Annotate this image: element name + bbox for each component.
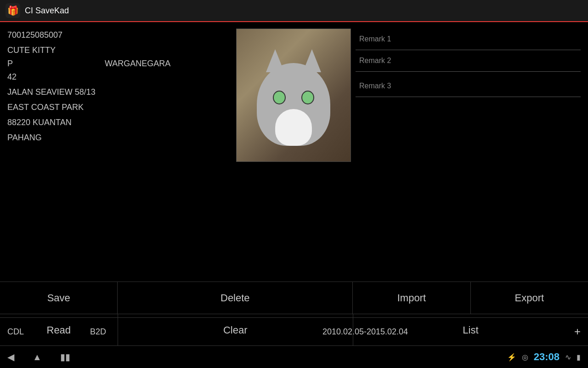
cat-eye-left: [273, 91, 286, 104]
profile-age: 42: [7, 70, 236, 84]
profile-gender: P: [7, 59, 13, 69]
remark1-field: Remark 1: [356, 29, 581, 50]
wifi-icon: ∿: [565, 353, 571, 362]
profile-address2: EAST COAST PARK: [7, 101, 236, 114]
status-bar: ◀ ▲ ▮▮ ⚡ ◎ 23:08 ∿ ▮: [0, 346, 588, 368]
info-section: 700125085007 CUTE KITTY P WARGANEGARA 42…: [7, 27, 581, 317]
back-button[interactable]: ◀: [7, 351, 14, 362]
cat-eye-right: [301, 91, 314, 104]
profile-address3: 88220 KUANTAN: [7, 116, 236, 129]
time-display: 23:08: [534, 351, 560, 363]
nav-buttons: ◀ ▲ ▮▮: [7, 351, 70, 362]
profile-address1: JALAN SEAVIEW 58/13: [7, 86, 236, 99]
app-title: CI SaveKad: [25, 6, 69, 16]
status-icons: ⚡ ◎ 23:08 ∿ ▮: [507, 351, 581, 363]
android-icon: ◎: [522, 353, 528, 362]
cat-face: [257, 63, 330, 146]
save-button[interactable]: Save: [0, 282, 118, 314]
photo-section: [236, 27, 356, 317]
profile-name: CUTE KITTY: [7, 44, 236, 57]
clear-button[interactable]: Clear: [118, 314, 353, 346]
cat-photo: [237, 29, 351, 162]
button-row-2: Read Clear List: [0, 314, 588, 346]
profile-address4: PAHANG: [7, 131, 236, 144]
usb-icon: ⚡: [507, 353, 516, 362]
remark1-label: Remark 1: [359, 35, 391, 43]
export-button[interactable]: Export: [471, 282, 588, 314]
app-icon: 🎁: [6, 3, 20, 18]
profile-id: 700125085007: [7, 29, 236, 42]
read-button[interactable]: Read: [0, 314, 118, 346]
profile-citizenship: WARGANEGARA: [105, 59, 170, 69]
remark3-label: Remark 3: [359, 82, 391, 90]
remarks-section: Remark 1 Remark 2 Remark 3: [356, 27, 581, 317]
delete-button[interactable]: Delete: [118, 282, 353, 314]
remark3-field: Remark 3: [356, 75, 581, 97]
gender-citizenship-row: P WARGANEGARA: [7, 59, 236, 69]
remark2-field: Remark 2: [356, 50, 581, 72]
app-icon-glyph: 🎁: [7, 5, 19, 16]
list-button[interactable]: List: [353, 314, 588, 346]
battery-icon: ▮: [577, 353, 581, 362]
remark2-label: Remark 2: [359, 57, 391, 64]
button-area: Save Delete Import Export Read Clear Lis…: [0, 282, 588, 346]
left-info: 700125085007 CUTE KITTY P WARGANEGARA 42…: [7, 27, 236, 317]
home-button[interactable]: ▲: [33, 352, 42, 362]
title-bar: 🎁 CI SaveKad: [0, 0, 588, 22]
import-button[interactable]: Import: [353, 282, 470, 314]
button-row-1: Save Delete Import Export: [0, 282, 588, 314]
cat-white-patch: [275, 109, 312, 146]
recents-button[interactable]: ▮▮: [60, 351, 70, 362]
photo-container[interactable]: [236, 29, 351, 162]
